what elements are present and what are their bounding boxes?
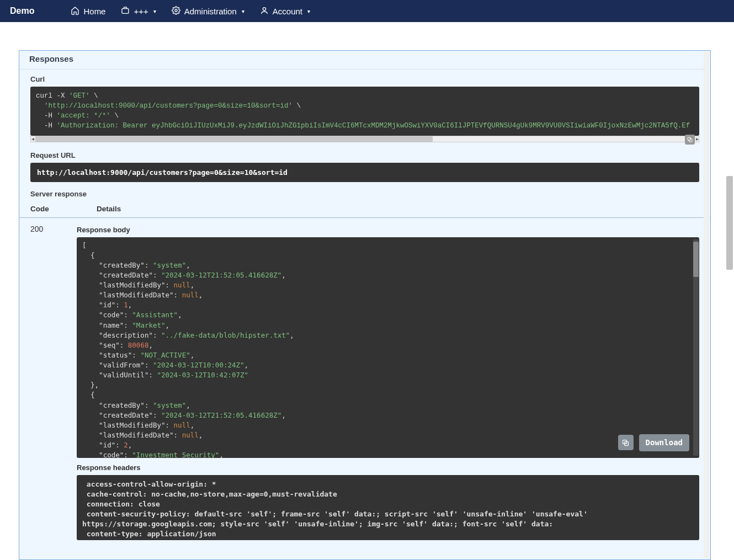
- swagger-response-panel: Responses Curl curl -X 'GET' \ 'http://l…: [19, 50, 711, 560]
- svg-point-2: [263, 7, 265, 10]
- request-url-section: Request URL http://localhost:9000/api/cu…: [19, 146, 710, 184]
- user-icon: [260, 6, 269, 17]
- svg-point-1: [175, 9, 177, 12]
- chevron-down-icon: ▾: [153, 8, 156, 14]
- body-scrollbar-thumb[interactable]: [693, 242, 699, 277]
- gear-icon: [172, 6, 180, 17]
- navbar: Demo Home +++ ▾ Administration ▾: [0, 0, 734, 22]
- curl-scroll-thumb[interactable]: [35, 136, 433, 142]
- nav-admin-label: Administration: [184, 7, 237, 16]
- server-response-label: Server response: [30, 190, 699, 198]
- body-scrollbar[interactable]: [693, 239, 699, 456]
- nav-home[interactable]: Home: [71, 6, 105, 17]
- outer-scrollbar[interactable]: [725, 27, 733, 556]
- request-url-value[interactable]: http://localhost:9000/api/customers?page…: [30, 163, 699, 182]
- nav-administration[interactable]: Administration ▾: [172, 6, 244, 17]
- response-row: 200 Response body [ { "createdBy": "syst…: [19, 218, 710, 540]
- response-body-block[interactable]: [ { "createdBy": "system", "createdDate"…: [77, 237, 699, 458]
- outer-scrollbar-thumb[interactable]: [726, 176, 733, 270]
- responses-header: Responses: [19, 51, 710, 70]
- nav-entities[interactable]: +++ ▾: [121, 6, 156, 17]
- brand[interactable]: Demo: [10, 6, 34, 16]
- nav-account[interactable]: Account ▾: [260, 6, 310, 17]
- curl-section: Curl curl -X 'GET' \ 'http://localhost:9…: [19, 70, 710, 146]
- response-headers-label: Response headers: [77, 463, 699, 472]
- nav-account-label: Account: [273, 7, 302, 16]
- download-button[interactable]: Download: [639, 434, 689, 451]
- nav-home-label: Home: [83, 7, 105, 16]
- response-body-label: Response body: [77, 226, 699, 234]
- home-icon: [71, 6, 79, 17]
- code-column-header: Code: [30, 205, 63, 213]
- panel-scrollbar[interactable]: [704, 52, 710, 558]
- svg-rect-0: [122, 8, 129, 13]
- curl-code[interactable]: curl -X 'GET' \ 'http://localhost:9000/a…: [30, 87, 699, 136]
- briefcase-icon: [121, 6, 130, 17]
- curl-horizontal-scrollbar[interactable]: ◂ ▸: [30, 136, 699, 142]
- scroll-right-icon[interactable]: ▸: [694, 136, 700, 142]
- scroll-left-icon[interactable]: ◂: [30, 136, 35, 142]
- details-column-header: Details: [97, 205, 121, 213]
- response-table-header: Code Details: [19, 201, 710, 218]
- page-scroll-area: Responses Curl curl -X 'GET' \ 'http://l…: [0, 22, 734, 560]
- request-url-label: Request URL: [30, 151, 699, 159]
- chevron-down-icon: ▾: [242, 8, 244, 14]
- server-response-section: Server response: [19, 184, 710, 198]
- status-code: 200: [30, 223, 63, 233]
- nav-entities-label: +++: [134, 7, 148, 16]
- curl-label: Curl: [30, 75, 699, 83]
- chevron-down-icon: ▾: [307, 8, 310, 14]
- copy-curl-button[interactable]: [685, 135, 695, 145]
- copy-body-button[interactable]: [618, 435, 634, 450]
- responses-title: Responses: [29, 54, 700, 63]
- response-headers-block[interactable]: access-control-allow-origin: * cache-con…: [77, 475, 699, 540]
